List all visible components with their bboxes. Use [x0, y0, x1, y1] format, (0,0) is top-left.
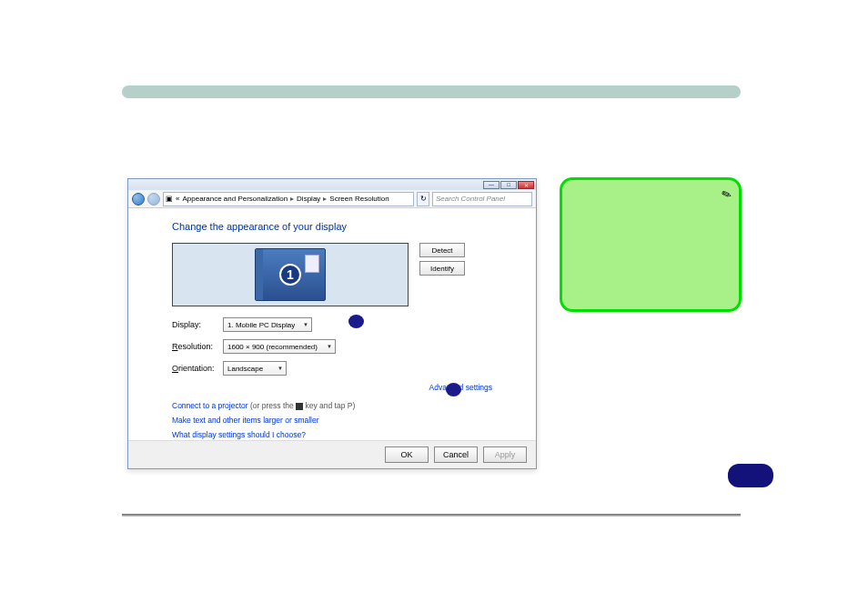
monitor-strip	[256, 249, 263, 300]
nav-toolbar: ▣ « Appearance and Personalization ▸ Dis…	[128, 190, 536, 208]
forward-button[interactable]	[147, 193, 160, 206]
page-title: Change the appearance of your display	[172, 221, 492, 232]
monitor-window-icon	[305, 255, 319, 273]
orientation-label: Orientation:	[172, 364, 223, 373]
windows-key-icon	[296, 403, 303, 410]
annotation-marker	[446, 383, 461, 396]
identify-button[interactable]: Identify	[419, 261, 465, 276]
projector-hint-text: (or press the	[250, 401, 296, 410]
monitor-thumbnail[interactable]: 1	[255, 248, 326, 301]
footer-divider	[122, 514, 741, 517]
ok-button[interactable]: OK	[385, 446, 429, 463]
content-area: Change the appearance of your display 1 …	[128, 208, 536, 454]
breadcrumb-prefix: «	[176, 195, 179, 203]
address-bar[interactable]: ▣ « Appearance and Personalization ▸ Dis…	[163, 192, 414, 206]
close-button[interactable]: ✕	[518, 181, 534, 189]
refresh-button[interactable]: ↻	[417, 192, 429, 206]
cancel-button[interactable]: Cancel	[434, 446, 478, 463]
note-callout: ✎	[560, 177, 742, 312]
orientation-dropdown[interactable]: Landscape	[223, 361, 287, 376]
monitor-number: 1	[279, 264, 301, 286]
display-label: Display:	[172, 320, 223, 329]
advanced-row: Advanced settings	[172, 383, 492, 392]
display-preview-row: 1 Detect Identify	[172, 243, 492, 306]
breadcrumb-part[interactable]: Appearance and Personalization	[182, 195, 288, 203]
apply-button[interactable]: Apply	[483, 446, 527, 463]
dialog-button-row: OK Cancel Apply	[128, 440, 536, 468]
search-input[interactable]: Search Control Panel	[432, 192, 532, 206]
page-indicator	[728, 464, 773, 487]
address-icon: ▣	[166, 195, 173, 203]
breadcrumb-separator: ▸	[323, 195, 327, 203]
breadcrumb-part[interactable]: Display	[297, 195, 320, 203]
display-row: Display: 1. Mobile PC Display	[172, 317, 492, 332]
projector-hint-text2: key and tap P)	[305, 401, 355, 410]
display-preview[interactable]: 1	[172, 243, 409, 306]
pencil-icon: ✎	[720, 186, 733, 203]
resolution-label: Resolution:	[172, 342, 223, 351]
maximize-button[interactable]: □	[500, 181, 517, 189]
larger-text-row: Make text and other items larger or smal…	[172, 416, 492, 425]
projector-row: Connect to a projector (or press the key…	[172, 401, 492, 410]
back-button[interactable]	[132, 193, 145, 206]
minimize-button[interactable]: —	[483, 181, 500, 189]
breadcrumb-part[interactable]: Screen Resolution	[329, 195, 389, 203]
decorative-bar	[122, 85, 741, 98]
orientation-row: Orientation: Landscape	[172, 361, 492, 376]
connect-projector-link[interactable]: Connect to a projector	[172, 401, 248, 410]
display-dropdown[interactable]: 1. Mobile PC Display	[223, 317, 312, 332]
which-settings-row: What display settings should I choose?	[172, 430, 492, 439]
screen-resolution-window: — □ ✕ ▣ « Appearance and Personalization…	[127, 178, 537, 469]
annotation-marker	[348, 315, 364, 328]
detect-button[interactable]: Detect	[419, 243, 465, 257]
resolution-dropdown[interactable]: 1600 × 900 (recommended)	[223, 339, 336, 354]
larger-text-link[interactable]: Make text and other items larger or smal…	[172, 416, 319, 425]
breadcrumb-separator: ▸	[290, 195, 294, 203]
which-settings-link[interactable]: What display settings should I choose?	[172, 430, 306, 439]
window-titlebar: — □ ✕	[128, 179, 536, 190]
resolution-row: Resolution: 1600 × 900 (recommended)	[172, 339, 492, 354]
preview-buttons: Detect Identify	[419, 243, 465, 276]
